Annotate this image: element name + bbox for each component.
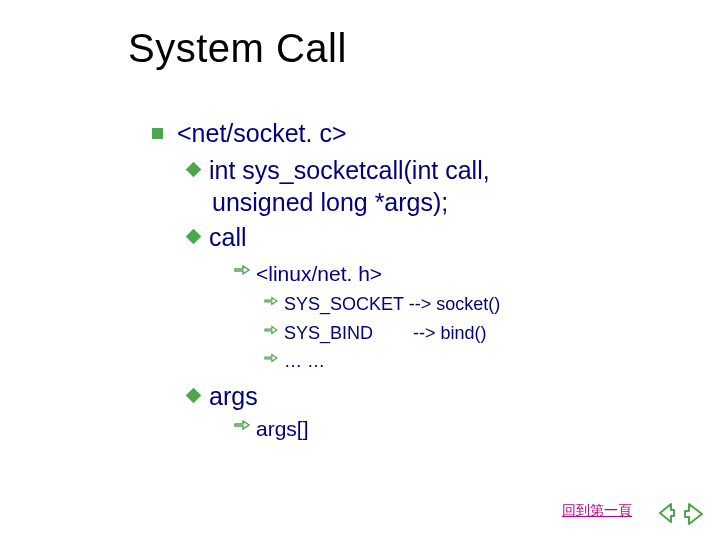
pointing-hand-icon — [234, 263, 250, 277]
bullet-args-arr: args[] — [152, 416, 672, 442]
text-header: <linux/net. h> — [256, 261, 382, 287]
bullet-map2: SYS_BIND --> bind() — [152, 322, 672, 345]
text-signature: int sys_socketcall(int call, — [209, 155, 490, 186]
bullet-file: <net/socket. c> — [152, 118, 672, 149]
slide-title: System Call — [128, 26, 347, 71]
bullet-args: args — [152, 381, 672, 412]
nav-arrows — [654, 500, 708, 528]
text-file: <net/socket. c> — [177, 118, 347, 149]
pointing-hand-icon — [264, 324, 278, 336]
pointing-hand-icon — [264, 352, 278, 364]
bullet-signature: int sys_socketcall(int call, — [152, 155, 672, 186]
diamond-bullet-icon — [186, 162, 202, 178]
sig-prefix: int — [209, 156, 235, 184]
text-args-arr: args[] — [256, 416, 309, 442]
bullet-map1: SYS_SOCKET --> socket() — [152, 293, 672, 316]
pointing-hand-icon — [264, 295, 278, 307]
text-signature-line2: unsigned long *args); — [152, 187, 672, 218]
diamond-bullet-icon — [186, 387, 202, 403]
back-to-first-link[interactable]: 回到第一頁 — [562, 502, 632, 520]
text-map2: SYS_BIND --> bind() — [284, 322, 487, 345]
text-args: args — [209, 381, 258, 412]
slide-body: <net/socket. c> int sys_socketcall(int c… — [152, 118, 672, 442]
sig-rest: sys_socketcall(int call, — [235, 156, 489, 184]
bullet-header: <linux/net. h> — [152, 261, 672, 287]
diamond-bullet-icon — [186, 228, 202, 244]
pointing-hand-icon — [234, 418, 250, 432]
text-map3: … … — [284, 350, 325, 373]
prev-arrow-icon[interactable] — [654, 500, 680, 528]
square-bullet-icon — [152, 128, 163, 139]
slide: System Call <net/socket. c> int sys_sock… — [0, 0, 720, 540]
bullet-map3: … … — [152, 350, 672, 373]
bullet-call: call — [152, 222, 672, 253]
text-call: call — [209, 222, 247, 253]
text-map1: SYS_SOCKET --> socket() — [284, 293, 500, 316]
next-arrow-icon[interactable] — [680, 500, 708, 528]
